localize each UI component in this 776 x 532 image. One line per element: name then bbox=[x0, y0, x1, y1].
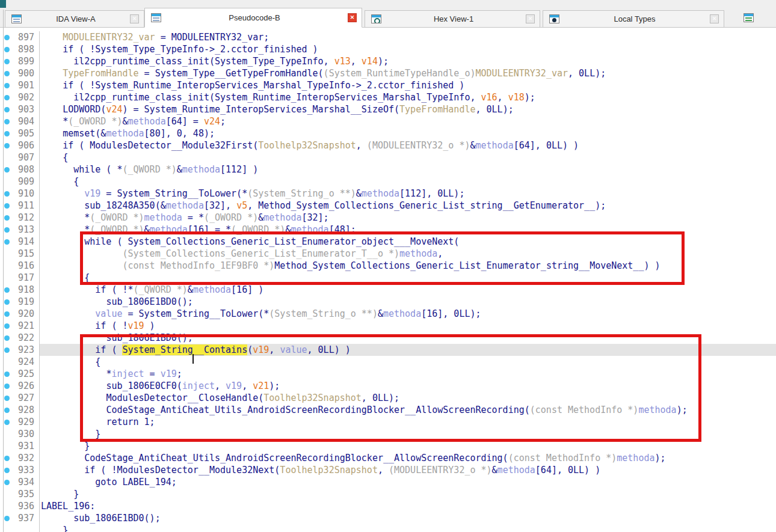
code-line[interactable]: 925 *inject = v19; bbox=[0, 368, 776, 380]
breakpoint-dot-cell[interactable] bbox=[0, 311, 13, 317]
code-line[interactable]: 903 LODWORD(v24) = System_Runtime_Intero… bbox=[0, 103, 776, 115]
code-line[interactable]: 936LABEL_196: bbox=[0, 500, 776, 512]
breakpoint-dot-icon[interactable] bbox=[4, 191, 10, 197]
code-text[interactable]: ModulesDetector__CloseHandle(Toolhelp32S… bbox=[40, 392, 776, 404]
code-line[interactable]: 915 (System_Collections_Generic_List_Enu… bbox=[0, 248, 776, 260]
code-line[interactable]: 923 if ( System_String__Contains(v19, va… bbox=[0, 344, 776, 356]
code-line[interactable]: 937 sub_1806E1BD0(); bbox=[0, 512, 776, 524]
breakpoint-dot-icon[interactable] bbox=[4, 107, 10, 112]
code-line[interactable]: 904 *(_OWORD *)&methoda[64] = v24; bbox=[0, 115, 776, 127]
breakpoint-dot-cell[interactable] bbox=[0, 71, 13, 76]
breakpoint-dot-icon[interactable] bbox=[4, 420, 10, 425]
code-text[interactable]: sub_1806E1BD0(); bbox=[40, 296, 776, 308]
code-text[interactable]: while ( System_Collections_Generic_List_… bbox=[40, 236, 776, 248]
code-line[interactable]: 907 { bbox=[0, 151, 776, 164]
code-text[interactable]: sub_1806E0CF0(inject, v19, v21); bbox=[40, 380, 776, 392]
code-text[interactable]: *(_OWORD *)&methoda[64] = v24; bbox=[40, 115, 776, 127]
code-text[interactable]: } bbox=[40, 524, 776, 532]
code-text[interactable]: if ( !System_Type_TypeInfo->_2.cctor_fin… bbox=[40, 43, 776, 55]
code-text-current-line[interactable]: if ( System_String__Contains(v19, value,… bbox=[40, 344, 776, 356]
code-text[interactable]: sub_1806E1BD0(); bbox=[40, 332, 776, 344]
breakpoint-dot-icon[interactable] bbox=[4, 119, 10, 124]
breakpoint-dot-icon[interactable] bbox=[4, 95, 10, 100]
code-text[interactable]: v19 = System_String__ToLower(*(System_St… bbox=[40, 188, 776, 200]
tab-close-icon[interactable]: ✕ bbox=[710, 14, 719, 23]
breakpoint-dot-cell[interactable] bbox=[0, 420, 13, 425]
code-line[interactable]: 931 } bbox=[0, 440, 776, 452]
code-text[interactable]: il2cpp_runtime_class_init(System_Runtime… bbox=[40, 91, 776, 103]
breakpoint-dot-icon[interactable] bbox=[4, 371, 10, 377]
code-text[interactable]: if ( !*(_QWORD *)&methoda[16] ) bbox=[40, 284, 776, 296]
code-text[interactable]: { bbox=[40, 272, 776, 284]
breakpoint-dot-icon[interactable] bbox=[4, 59, 10, 64]
breakpoint-dot-icon[interactable] bbox=[4, 131, 10, 136]
breakpoint-dot-icon[interactable] bbox=[4, 384, 10, 389]
code-line[interactable]: 902 il2cpp_runtime_class_init(System_Run… bbox=[0, 91, 776, 103]
code-text[interactable]: { bbox=[40, 151, 776, 164]
breakpoint-dot-cell[interactable] bbox=[0, 239, 13, 245]
breakpoint-dot-cell[interactable] bbox=[0, 468, 13, 473]
breakpoint-dot-cell[interactable] bbox=[0, 119, 13, 124]
breakpoint-dot-icon[interactable] bbox=[4, 203, 10, 209]
code-text[interactable]: } bbox=[40, 428, 776, 440]
code-text[interactable]: memset(&methoda[80], 0, 48); bbox=[40, 127, 776, 139]
code-line[interactable]: 897 MODULEENTRY32_var = MODULEENTRY32_va… bbox=[0, 31, 776, 43]
code-text[interactable]: if ( ModulesDetector__Module32First(Tool… bbox=[40, 139, 776, 151]
breakpoint-dot-cell[interactable] bbox=[0, 83, 13, 88]
code-text[interactable]: LODWORD(v24) = System_Runtime_InteropSer… bbox=[40, 103, 776, 115]
code-text[interactable]: sub_18248A350(&methoda[32], v5, Method_S… bbox=[40, 200, 776, 212]
breakpoint-dot-cell[interactable] bbox=[0, 384, 13, 389]
breakpoint-dot-icon[interactable] bbox=[4, 71, 10, 76]
code-line[interactable]: 933 if ( !ModulesDetector__Module32Next(… bbox=[0, 464, 776, 476]
tab-close-icon[interactable]: ✕ bbox=[526, 14, 535, 23]
breakpoint-dot-cell[interactable] bbox=[0, 47, 13, 52]
code-line[interactable]: 905 memset(&methoda[80], 0, 48); bbox=[0, 127, 776, 139]
breakpoint-dot-icon[interactable] bbox=[4, 516, 10, 521]
code-line[interactable]: 909 { bbox=[0, 176, 776, 188]
breakpoint-dot-cell[interactable] bbox=[0, 287, 13, 293]
breakpoint-dot-cell[interactable] bbox=[0, 408, 13, 413]
code-line[interactable]: 916 (const MethodInfo_1EF9BF0 *)Method_S… bbox=[0, 260, 776, 272]
code-line[interactable]: 911 sub_18248A350(&methoda[32], v5, Meth… bbox=[0, 200, 776, 212]
code-text[interactable]: while ( *(_QWORD *)&methoda[112] ) bbox=[40, 164, 776, 176]
breakpoint-dot-cell[interactable] bbox=[0, 59, 13, 64]
breakpoint-dot-cell[interactable] bbox=[0, 323, 13, 329]
code-line[interactable]: 934 goto LABEL_194; bbox=[0, 476, 776, 488]
tab-close-icon-active[interactable]: ✕ bbox=[348, 13, 357, 22]
tab-local-types[interactable]: Local Types ✕ bbox=[543, 10, 724, 28]
tab-close-icon[interactable]: ✕ bbox=[130, 14, 139, 23]
code-text[interactable]: if ( !System_Runtime_InteropServices_Mar… bbox=[40, 79, 776, 91]
breakpoint-dot-icon[interactable] bbox=[4, 468, 10, 473]
breakpoint-dot-icon[interactable] bbox=[4, 408, 10, 413]
breakpoint-dot-cell[interactable] bbox=[0, 35, 13, 40]
breakpoint-dot-icon[interactable] bbox=[4, 347, 10, 353]
breakpoint-dot-cell[interactable] bbox=[0, 347, 13, 353]
tab-hex-view-1[interactable]: Hex View-1 ✕ bbox=[365, 10, 540, 28]
breakpoint-dot-icon[interactable] bbox=[4, 299, 10, 305]
code-text[interactable]: if ( !v19 ) bbox=[40, 320, 776, 332]
code-line[interactable]: 917 { bbox=[0, 272, 776, 284]
breakpoint-dot-icon[interactable] bbox=[4, 396, 10, 401]
code-text[interactable]: if ( !ModulesDetector__Module32Next(Tool… bbox=[40, 464, 776, 476]
code-line[interactable]: 928 CodeStage_AntiCheat_Utils_AndroidScr… bbox=[0, 404, 776, 416]
code-text[interactable]: *(_OWORD *)methoda = *(_OWORD *)&methoda… bbox=[40, 212, 776, 224]
code-line[interactable]: 935 } bbox=[0, 488, 776, 500]
pseudocode-panel[interactable]: 897 MODULEENTRY32_var = MODULEENTRY32_va… bbox=[0, 28, 776, 532]
code-line[interactable]: 908 while ( *(_QWORD *)&methoda[112] ) bbox=[0, 164, 776, 176]
code-line[interactable]: 929 return 1; bbox=[0, 416, 776, 428]
code-line[interactable]: 899 il2cpp_runtime_class_init(System_Typ… bbox=[0, 55, 776, 67]
breakpoint-dot-icon[interactable] bbox=[4, 239, 10, 245]
code-text[interactable]: { bbox=[40, 356, 776, 368]
breakpoint-dot-cell[interactable] bbox=[0, 143, 13, 148]
code-line[interactable]: 932 CodeStage_AntiCheat_Utils_AndroidScr… bbox=[0, 452, 776, 464]
tab-pseudocode-b[interactable]: Pseudocode-B ✕ bbox=[144, 8, 362, 28]
code-text[interactable]: (System_Collections_Generic_List_Enumera… bbox=[40, 248, 776, 260]
breakpoint-dot-cell[interactable] bbox=[0, 456, 13, 461]
tab-ida-view-a[interactable]: IDA View-A ✕ bbox=[5, 10, 144, 28]
breakpoint-dot-cell[interactable] bbox=[0, 396, 13, 401]
breakpoint-dot-icon[interactable] bbox=[4, 335, 10, 341]
breakpoint-dot-cell[interactable] bbox=[0, 203, 13, 209]
code-line[interactable]: 900 TypeFromHandle = System_Type__GetTyp… bbox=[0, 67, 776, 79]
breakpoint-dot-icon[interactable] bbox=[4, 35, 10, 40]
code-line[interactable]: 910 v19 = System_String__ToLower(*(Syste… bbox=[0, 188, 776, 200]
